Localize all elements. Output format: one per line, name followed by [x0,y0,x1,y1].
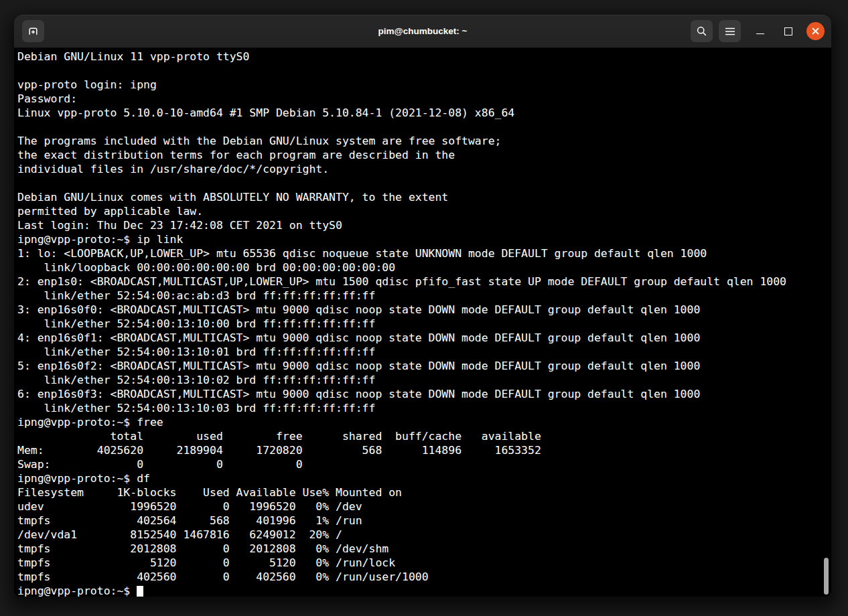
close-icon [811,27,820,35]
scrollbar-thumb[interactable] [824,558,829,595]
terminal-scrollback: Debian GNU/Linux 11 vpp-proto ttyS0 vpp-… [17,50,831,584]
terminal-cursor [137,586,143,597]
close-button[interactable] [806,22,825,40]
minimize-icon [756,33,764,34]
titlebar[interactable]: pim@chumbucket: ~ [14,15,831,48]
menu-button[interactable] [719,20,741,42]
new-tab-button[interactable] [22,20,44,42]
minimize-button[interactable] [752,23,769,40]
search-icon [696,25,707,37]
maximize-button[interactable] [780,23,797,40]
terminal-screen[interactable]: Debian GNU/Linux 11 vpp-proto ttyS0 vpp-… [14,48,831,597]
terminal-prompt-row: ipng@vpp-proto:~$ [17,584,831,597]
tab-new-icon [27,25,39,37]
terminal-window: pim@chumbucket: ~ [14,15,831,597]
maximize-icon [784,27,792,35]
hamburger-menu-icon [725,27,735,36]
search-button[interactable] [691,20,713,42]
titlebar-controls [685,15,825,48]
terminal-current-line: ipng@vpp-proto:~$ [17,585,137,597]
